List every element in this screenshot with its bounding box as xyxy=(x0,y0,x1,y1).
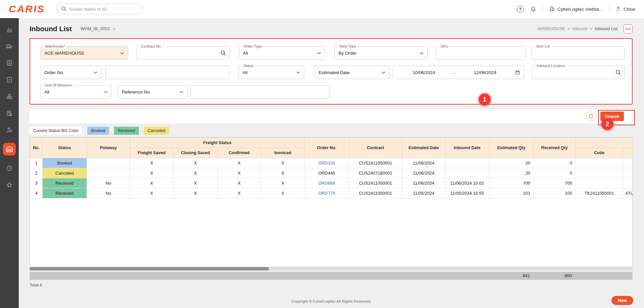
billing-document-icon[interactable] xyxy=(5,59,13,67)
confirmed-cell: X xyxy=(218,188,261,198)
date-range-field[interactable]: 10/06/2024 → 12/06/2024 xyxy=(393,66,524,79)
scrollbar-thumb[interactable] xyxy=(30,267,269,270)
legend-title: Current Status BG Color xyxy=(30,127,82,135)
contract-no-input[interactable] xyxy=(140,51,218,56)
inbound-date-cell xyxy=(445,158,489,168)
annotation-step-1: 1 xyxy=(479,94,491,106)
closing-saved-cell: X xyxy=(173,188,218,198)
export-xls-button[interactable]: XLS xyxy=(624,24,633,34)
new-button[interactable]: New xyxy=(611,296,633,305)
date-to-input[interactable]: 12/06/2024 xyxy=(458,70,513,75)
favorites-star-icon[interactable] xyxy=(5,181,13,189)
help-icon[interactable]: ? xyxy=(517,6,524,13)
caris-logo[interactable]: CARIS xyxy=(9,3,45,15)
global-search-input[interactable] xyxy=(69,7,138,12)
user-settings-icon[interactable] xyxy=(5,126,13,134)
received-qty-cell: 700 xyxy=(534,178,576,188)
order-no-cell: ORD445 xyxy=(305,168,349,178)
row-number-cell: 1 xyxy=(30,158,43,168)
pallet-boxes-icon[interactable] xyxy=(5,93,13,101)
estimated-qty-cell: 700 xyxy=(489,178,534,188)
sku-input[interactable] xyxy=(440,51,522,56)
contract-cell: CUS2411050001 xyxy=(349,178,402,188)
notifications-bell-icon[interactable] xyxy=(530,6,537,12)
freight-saved-cell: X xyxy=(130,178,173,188)
user-menu[interactable]: Chloe xyxy=(615,6,635,13)
col-group-item xyxy=(576,138,633,148)
extra-clipped-cell xyxy=(623,178,633,188)
filter-panel: Warehouse* ACE WAREHOUSE Contract No. Or… xyxy=(30,38,633,105)
order-no-cell[interactable]: ORD668 xyxy=(305,178,349,188)
freight-saved-cell: X xyxy=(130,188,173,198)
col-contract: Contract xyxy=(349,138,402,158)
unit-of-measure-select[interactable]: Unit Of Measure All xyxy=(40,85,112,99)
contract-cell: CUS2411050001 xyxy=(349,158,402,168)
col-putaway: Putaway xyxy=(87,138,130,158)
breadcrumb: WAREHOUSE > Inbound > Inbound List xyxy=(538,26,618,31)
inbound-location-input[interactable] xyxy=(536,70,613,75)
breadcrumb-separator: > xyxy=(590,26,592,31)
order-type-select[interactable]: Order Type All xyxy=(239,46,325,60)
reset-refresh-button[interactable] xyxy=(586,111,596,121)
order-no-field[interactable] xyxy=(105,66,229,79)
breadcrumb-item[interactable]: WAREHOUSE xyxy=(538,26,566,31)
row-number-cell: 2 xyxy=(30,168,43,178)
order-no-cell[interactable]: ORD335 xyxy=(305,158,349,168)
history-clock-icon[interactable] xyxy=(5,164,13,172)
table-row: 3ReceivedNoXXXXORD668CUS241105000111/06/… xyxy=(30,178,633,188)
delivery-truck-icon[interactable] xyxy=(5,42,13,50)
order-no-input[interactable] xyxy=(109,70,225,75)
topbar-divider xyxy=(609,6,609,12)
top-bar: CARIS ? CyberLogitec VietNa... Chloe xyxy=(0,0,644,18)
favorite-star-icon[interactable]: ★ xyxy=(112,26,116,32)
view-type-select[interactable]: View Type By Order xyxy=(334,46,428,60)
reference-no-type-select[interactable]: Reference No. xyxy=(118,85,187,99)
closing-saved-cell: X xyxy=(173,178,218,188)
status-badge-cell: Booked xyxy=(43,158,87,168)
summary-estimated-qty: 841 xyxy=(489,272,533,280)
order-no-type-select[interactable]: Order No. xyxy=(40,66,101,79)
col-closing-saved: Closing Saved xyxy=(173,148,218,158)
contract-no-field[interactable]: Contract No. xyxy=(136,46,230,60)
reference-no-field[interactable] xyxy=(191,85,329,99)
status-select[interactable]: Status All xyxy=(238,66,304,79)
order-document-icon[interactable] xyxy=(5,76,13,84)
col-order-no: Order No. xyxy=(305,138,349,158)
inbound-location-field[interactable]: Inbound Location xyxy=(532,66,625,79)
status-legend: Current Status BG Color Booked Received … xyxy=(30,127,633,135)
copyright-text: Copyright © CyberLogitec All Rights Rese… xyxy=(19,299,644,303)
order-no-cell[interactable]: ORD778 xyxy=(305,188,349,198)
warehouse-icon-active[interactable] xyxy=(3,143,16,156)
search-icon[interactable] xyxy=(220,50,226,56)
task-settings-icon[interactable] xyxy=(5,109,13,117)
extra-clipped-cell xyxy=(623,168,633,178)
breadcrumb-item[interactable]: Inbound xyxy=(572,26,587,31)
user-icon xyxy=(615,6,621,13)
date-from-input[interactable]: 10/06/2024 xyxy=(397,70,451,75)
chevron-down-icon xyxy=(93,71,97,74)
horizontal-scrollbar[interactable] xyxy=(30,267,633,270)
code-cell xyxy=(576,158,623,168)
contract-cell: CUS2411050001 xyxy=(349,188,402,198)
topbar-divider xyxy=(543,6,543,12)
company-selector[interactable]: CyberLogitec VietNa... xyxy=(549,6,603,13)
received-qty-cell: 0 xyxy=(534,158,576,168)
screen-id: WHM_IB_0002 xyxy=(80,26,110,31)
sku-field[interactable]: SKU xyxy=(436,46,526,60)
statistics-icon[interactable] xyxy=(5,25,13,34)
calendar-icon[interactable] xyxy=(515,70,520,75)
reference-no-input[interactable] xyxy=(195,89,325,95)
breadcrumb-item-current: Inbound List xyxy=(595,26,618,31)
search-icon[interactable] xyxy=(615,70,621,75)
item-lot-input[interactable] xyxy=(536,51,621,56)
invoiced-cell: X xyxy=(261,178,305,188)
col-inbound-date: Inbound Date xyxy=(445,138,489,158)
item-lot-field[interactable]: Item Lot xyxy=(532,46,625,60)
date-type-select[interactable]: Estimated Date xyxy=(315,66,389,79)
global-search[interactable] xyxy=(56,4,143,14)
freight-saved-cell: X xyxy=(130,168,173,178)
summary-received-qty: 800 xyxy=(533,272,575,280)
col-status: Status xyxy=(43,138,87,158)
code-cell xyxy=(576,178,623,188)
warehouse-select[interactable]: Warehouse* ACE WAREHOUSE xyxy=(40,46,128,60)
